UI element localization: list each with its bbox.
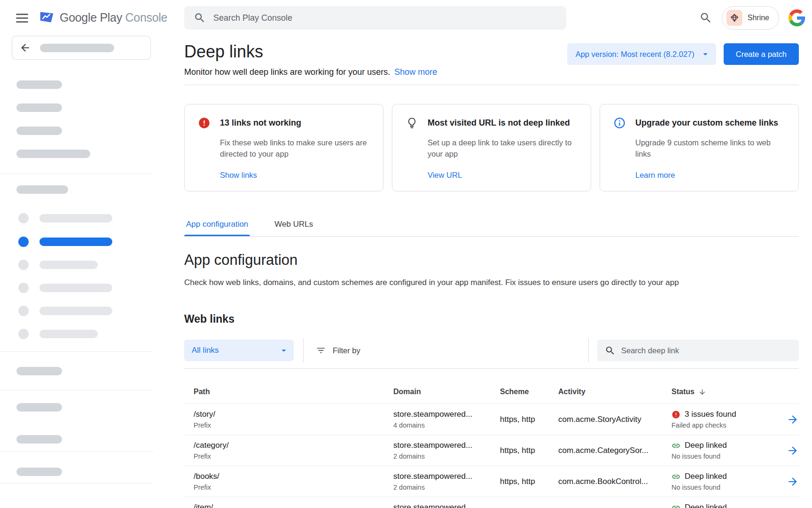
scheme-cell: https, http: [500, 446, 558, 455]
scheme-cell: https, http: [500, 415, 558, 424]
open-row-arrow[interactable]: [787, 476, 799, 488]
create-patch-button[interactable]: Create a patch: [724, 43, 799, 65]
app-version-selector[interactable]: App version: Most recent (8.2.027): [567, 43, 716, 65]
header-divider: [184, 85, 799, 85]
header-scheme[interactable]: Scheme: [500, 388, 558, 396]
sidebar-divider: [0, 390, 153, 390]
sidebar-divider: [0, 483, 153, 484]
sidebar-divider: [0, 174, 153, 174]
card-title: Upgrade your custom scheme links: [635, 117, 778, 128]
menu-icon[interactable]: [16, 14, 28, 23]
web-links-table: Path Domain Scheme Activity Status /stor…: [184, 369, 799, 508]
table-row[interactable]: /category/ Prefix store.steampowered... …: [184, 435, 799, 466]
header-activity[interactable]: Activity: [558, 388, 671, 396]
lightbulb-icon: [406, 117, 418, 129]
activity-cell: com.acme.BookControl...: [558, 477, 671, 486]
sidebar-divider: [0, 452, 153, 452]
open-row-arrow[interactable]: [787, 413, 799, 426]
insight-card-upgrade-scheme-links: Upgrade your custom scheme links Upgrade…: [600, 104, 799, 191]
logo-brand-text: Google Play: [60, 11, 122, 24]
links-filter-value: All links: [192, 346, 219, 355]
header-path[interactable]: Path: [184, 388, 393, 396]
page-title: Deep links: [184, 41, 437, 62]
table-row[interactable]: /item/ store.steampowered...: [184, 497, 799, 508]
open-row-arrow[interactable]: [787, 444, 799, 457]
app-version-label: App version: Most recent (8.2.027): [576, 50, 695, 59]
section-tabs: App configuration Web URLs: [184, 213, 799, 237]
sidebar-nav: [0, 36, 153, 508]
back-navigation[interactable]: [12, 36, 151, 60]
status-cell: Deep linked: [671, 497, 780, 508]
sort-descending-icon[interactable]: [698, 388, 706, 396]
skeleton-nav-item: [39, 214, 112, 222]
path-cell: /story/ Prefix: [184, 404, 393, 435]
header-domain[interactable]: Domain: [393, 388, 500, 396]
arrow-forward-icon[interactable]: [787, 476, 799, 488]
app-switcher-chip[interactable]: Shrine: [722, 6, 779, 30]
global-search[interactable]: [184, 6, 566, 30]
table-row[interactable]: /books/ Prefix store.steampowered... 2 d…: [184, 466, 799, 497]
chevron-down-icon: [279, 345, 289, 356]
info-icon: [613, 117, 626, 129]
deep-link-search[interactable]: [597, 340, 799, 361]
show-more-link[interactable]: Show more: [394, 67, 437, 77]
status-cell: 3 issues found Failed app checks: [671, 404, 780, 435]
filter-by-button[interactable]: Filter by: [316, 345, 360, 356]
deep-link-icon: [671, 472, 680, 481]
tab-app-configuration[interactable]: App configuration: [184, 213, 250, 236]
deep-link-search-input[interactable]: [621, 346, 791, 355]
table-header-row: Path Domain Scheme Activity Status: [184, 369, 799, 404]
arrow-forward-icon[interactable]: [787, 413, 799, 426]
active-nav-icon: [18, 237, 29, 247]
error-icon: [671, 410, 680, 419]
skeleton-nav-icon: [18, 213, 29, 223]
skeleton-bar: [16, 103, 62, 112]
domain-cell: store.steampowered... 2 domains: [393, 435, 500, 466]
shrine-app-icon: [726, 10, 742, 26]
scheme-cell: https, http: [500, 477, 558, 486]
learn-more-link[interactable]: Learn more: [635, 171, 675, 180]
search-icon: [605, 345, 616, 356]
arrow-forward-icon[interactable]: [787, 444, 799, 457]
deep-link-icon: [671, 503, 680, 508]
path-cell: /category/ Prefix: [184, 435, 393, 466]
topbar-actions: Shrine: [699, 6, 805, 30]
secondary-search-icon[interactable]: [699, 11, 712, 24]
domain-cell: store.steampowered...: [393, 497, 500, 508]
view-url-link[interactable]: View URL: [428, 171, 462, 180]
skeleton-bar: [40, 44, 114, 52]
active-nav-item[interactable]: [39, 238, 112, 246]
back-arrow-icon[interactable]: [19, 42, 31, 54]
status-cell: Deep linked No issues found: [671, 435, 780, 466]
global-search-input[interactable]: [213, 13, 557, 23]
google-logo-icon[interactable]: [789, 9, 805, 26]
skeleton-nav-icon: [18, 306, 29, 316]
header-status[interactable]: Status: [671, 388, 780, 396]
subtitle-text: Monitor how well deep links are working …: [184, 67, 390, 77]
page-subtitle: Monitor how well deep links are working …: [184, 67, 437, 77]
tab-web-urls[interactable]: Web URLs: [273, 213, 315, 236]
arrow-forward-icon[interactable]: [787, 507, 799, 508]
domain-cell: store.steampowered... 4 domains: [393, 404, 500, 435]
insight-card-most-visited-url: Most visited URL is not deep linked Set …: [392, 104, 591, 191]
card-body: Set up a deep link to take users directl…: [428, 137, 579, 159]
insight-card-links-not-working: 13 links not working Fix these web links…: [184, 104, 383, 191]
card-body: Upgrade 9 custom scheme links to web lin…: [635, 137, 787, 159]
open-row-arrow[interactable]: [787, 507, 799, 508]
skeleton-nav-item: [39, 330, 98, 338]
deep-link-icon: [671, 441, 680, 450]
play-console-logo[interactable]: Google Play Console: [38, 8, 167, 26]
toolbar-divider: [588, 338, 589, 363]
logo-text: Google Play Console: [60, 11, 167, 24]
skeleton-nav-icon: [18, 329, 29, 339]
skeleton-nav-item: [39, 261, 98, 269]
skeleton-bar: [16, 435, 62, 444]
skeleton-bar: [16, 150, 90, 158]
links-filter-select[interactable]: All links: [184, 340, 294, 361]
table-row[interactable]: /story/ Prefix store.steampowered... 4 d…: [184, 404, 799, 435]
activity-cell: com.acme.CategorySor...: [558, 446, 671, 455]
skeleton-bar: [16, 80, 62, 89]
card-body: Fix these web links to make sure users a…: [220, 137, 372, 159]
card-title: 13 links not working: [220, 117, 301, 128]
show-links-link[interactable]: Show links: [220, 171, 257, 180]
